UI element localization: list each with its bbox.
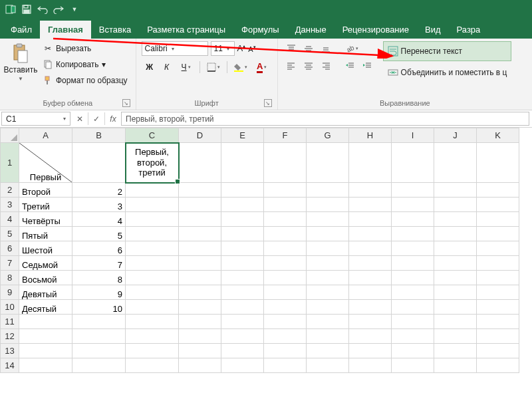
cell-E9[interactable] — [221, 285, 264, 300]
cell-G3[interactable] — [307, 198, 349, 212]
cell-F2[interactable] — [264, 183, 307, 198]
cell-I1[interactable] — [392, 143, 434, 183]
cell-B3[interactable]: 3 — [72, 198, 126, 212]
row-header-13[interactable]: 13 — [1, 344, 19, 358]
row-header-14[interactable]: 14 — [1, 358, 19, 373]
insert-function-button[interactable]: fx — [105, 110, 121, 127]
cell-F7[interactable] — [264, 256, 307, 271]
col-header-J[interactable]: J — [434, 128, 477, 143]
cell-I10[interactable] — [392, 300, 434, 315]
cell-A2[interactable]: Второй — [19, 183, 72, 198]
cell-D2[interactable] — [179, 183, 221, 198]
cell-K11[interactable] — [477, 315, 519, 329]
cell-K5[interactable] — [477, 227, 519, 241]
cell-I3[interactable] — [392, 198, 434, 212]
cell-G11[interactable] — [307, 315, 349, 329]
col-header-B[interactable]: B — [72, 128, 126, 143]
cell-A3[interactable]: Третий — [19, 198, 72, 212]
row-header-1[interactable]: 1 — [1, 143, 19, 183]
cell-D3[interactable] — [179, 198, 221, 212]
cell-A9[interactable]: Девятый — [19, 285, 72, 300]
cell-I13[interactable] — [392, 344, 434, 358]
cell-C4[interactable] — [126, 212, 179, 227]
format-painter-button[interactable]: Формат по образцу — [40, 73, 130, 88]
row-header-5[interactable]: 5 — [1, 227, 19, 241]
col-header-C[interactable]: C — [126, 128, 179, 143]
cell-K7[interactable] — [477, 256, 519, 271]
cell-I7[interactable] — [392, 256, 434, 271]
cell-J13[interactable] — [434, 344, 477, 358]
paste-button[interactable]: Вставить ▼ — [5, 41, 36, 88]
increase-indent-button[interactable] — [359, 59, 375, 73]
cell-C14[interactable] — [126, 358, 179, 373]
fill-color-button[interactable]: ▾ — [231, 60, 251, 74]
merge-center-button[interactable]: Объединить и поместить в ц — [383, 63, 512, 82]
cell-C2[interactable] — [126, 183, 179, 198]
cut-button[interactable]: ✂ Вырезать — [40, 41, 130, 56]
cell-G10[interactable] — [307, 300, 349, 315]
row-header-8[interactable]: 8 — [1, 271, 19, 285]
cell-B14[interactable] — [72, 358, 126, 373]
font-size-select[interactable]: 11 ▾ — [211, 41, 235, 56]
cell-C3[interactable] — [126, 198, 179, 212]
row-header-3[interactable]: 3 — [1, 198, 19, 212]
col-header-I[interactable]: I — [392, 128, 434, 143]
cell-J4[interactable] — [434, 212, 477, 227]
qat-dropdown-icon[interactable]: ▼ — [66, 2, 82, 17]
decrease-font-button[interactable]: A▾ — [248, 45, 255, 53]
cell-C9[interactable] — [126, 285, 179, 300]
row-header-9[interactable]: 9 — [1, 285, 19, 300]
italic-button[interactable]: К — [159, 60, 175, 74]
align-center-button[interactable] — [301, 59, 317, 73]
cell-E12[interactable] — [221, 329, 264, 344]
align-right-button[interactable] — [318, 59, 334, 73]
cell-G14[interactable] — [307, 358, 349, 373]
cell-H8[interactable] — [349, 271, 392, 285]
cell-A5[interactable]: Пятый — [19, 227, 72, 241]
cell-F11[interactable] — [264, 315, 307, 329]
bold-button[interactable]: Ж — [142, 60, 158, 74]
cell-K10[interactable] — [477, 300, 519, 315]
cell-E3[interactable] — [221, 198, 264, 212]
cell-F6[interactable] — [264, 241, 307, 256]
cell-G5[interactable] — [307, 227, 349, 241]
cell-D12[interactable] — [179, 329, 221, 344]
cell-J1[interactable] — [434, 143, 477, 183]
cell-D4[interactable] — [179, 212, 221, 227]
font-color-button[interactable]: А▾ — [252, 60, 272, 74]
tab-developer[interactable]: Разра — [449, 21, 489, 39]
cell-J6[interactable] — [434, 241, 477, 256]
cell-C11[interactable] — [126, 315, 179, 329]
cell-C8[interactable] — [126, 271, 179, 285]
cell-G6[interactable] — [307, 241, 349, 256]
cell-G4[interactable] — [307, 212, 349, 227]
cell-D11[interactable] — [179, 315, 221, 329]
cell-D14[interactable] — [179, 358, 221, 373]
cell-J5[interactable] — [434, 227, 477, 241]
cell-K2[interactable] — [477, 183, 519, 198]
cell-H11[interactable] — [349, 315, 392, 329]
row-header-2[interactable]: 2 — [1, 183, 19, 198]
cell-F14[interactable] — [264, 358, 307, 373]
cell-I5[interactable] — [392, 227, 434, 241]
cell-H1[interactable] — [349, 143, 392, 183]
cell-D7[interactable] — [179, 256, 221, 271]
cell-J12[interactable] — [434, 329, 477, 344]
cell-B9[interactable]: 9 — [72, 285, 126, 300]
row-header-10[interactable]: 10 — [1, 300, 19, 315]
cell-H13[interactable] — [349, 344, 392, 358]
cell-K8[interactable] — [477, 271, 519, 285]
decrease-indent-button[interactable] — [342, 59, 358, 73]
cell-I6[interactable] — [392, 241, 434, 256]
orientation-button[interactable]: ab▾ — [342, 41, 362, 56]
cell-I4[interactable] — [392, 212, 434, 227]
cell-J3[interactable] — [434, 198, 477, 212]
cell-H4[interactable] — [349, 212, 392, 227]
col-header-G[interactable]: G — [307, 128, 349, 143]
row-header-7[interactable]: 7 — [1, 256, 19, 271]
col-header-E[interactable]: E — [221, 128, 264, 143]
cell-E5[interactable] — [221, 227, 264, 241]
cell-A10[interactable]: Десятый — [19, 300, 72, 315]
cell-A11[interactable] — [19, 315, 72, 329]
cell-G7[interactable] — [307, 256, 349, 271]
